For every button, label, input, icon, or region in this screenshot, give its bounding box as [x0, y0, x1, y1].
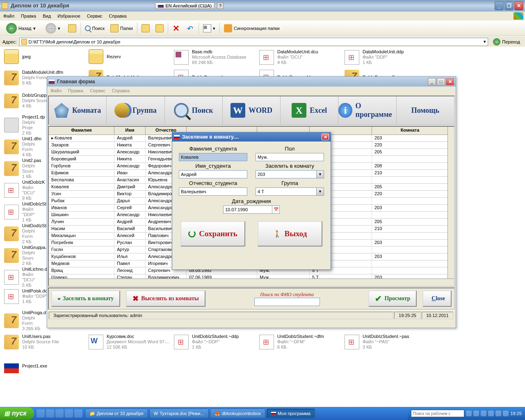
file-item[interactable]: UnitDodIzStDelphi Form2 КБ	[4, 223, 45, 244]
name-input[interactable]	[179, 170, 247, 178]
file-item[interactable]: Project1.dpDelphi Proje2 КБ	[4, 114, 45, 136]
maximize-button[interactable]: □	[437, 78, 445, 85]
tray-icon[interactable]	[481, 411, 486, 416]
move-button[interactable]	[140, 23, 151, 33]
language-indicator[interactable]: EN Английский (США)	[155, 2, 215, 9]
search-input[interactable]	[254, 298, 320, 306]
go-button[interactable]: →Переход	[491, 38, 523, 46]
close-button[interactable]: ✕	[446, 78, 454, 85]
sync-button[interactable]: Синхронизация папки	[222, 23, 281, 33]
back-button[interactable]: ← Назад ▾	[2, 22, 39, 35]
menu-file[interactable]: Файл	[3, 14, 14, 18]
file-item[interactable]: UnitGruppa.Delphi Sourc2 КБ	[4, 245, 45, 266]
up-button[interactable]	[66, 23, 78, 33]
menu-edit[interactable]: Правка	[21, 14, 36, 18]
file-item[interactable]: UnitDobIzStudent.~dfmФайл "~DFM"6 КБ	[259, 334, 341, 350]
delete-button[interactable]: ✕	[171, 23, 182, 33]
file-item[interactable]: Rezerv	[89, 49, 171, 64]
file-item[interactable]: UnitDobIzStudent.~ddpФайл "~DDP"1 КБ	[174, 334, 256, 350]
folders-button[interactable]: Папки	[109, 23, 135, 33]
file-item[interactable]: DobIzGruppa.pasDelphi Source4 КБ	[4, 93, 45, 109]
search-button[interactable]: Поиск	[165, 96, 223, 124]
close-button[interactable]: Close	[422, 290, 452, 307]
ql-icon[interactable]	[65, 409, 73, 418]
file-item[interactable]: UnitPoisk.ddФайл "DDP"1 КБ	[4, 288, 45, 304]
file-item[interactable]: Unit1.dfmDelphi Form4 КБ	[4, 136, 45, 158]
sex-input[interactable]	[256, 153, 324, 161]
about-button[interactable]: iО программе	[338, 96, 396, 124]
forward-button[interactable]: →▾	[42, 22, 64, 35]
file-item[interactable]: DataModuleUnit.ddpФайл "DDP"1 КБ	[345, 49, 427, 65]
undo-button[interactable]: ↶	[185, 23, 196, 33]
file-item[interactable]: jpeg	[4, 49, 86, 64]
file-item[interactable]: Base.mdbMicrosoft Access Database69 248 …	[174, 49, 256, 65]
maximize-button[interactable]: ❐	[504, 1, 514, 10]
group-button[interactable]: Группа	[107, 96, 164, 124]
room-button[interactable]: Комната	[49, 96, 107, 124]
task-button[interactable]: 📁Диплом от 10 декабря	[85, 409, 148, 418]
tray-icon[interactable]	[473, 411, 479, 416]
col-surname[interactable]: Фамилия	[49, 127, 114, 135]
menu-view[interactable]: Вид	[43, 14, 51, 18]
file-item[interactable]: Курсовик.docДокумент Microsoft Word 97-.…	[89, 334, 171, 350]
start-button[interactable]: ⊞пуск	[0, 407, 34, 420]
word-button[interactable]: WWORD	[223, 96, 281, 124]
excel-button[interactable]: XExcel	[281, 96, 338, 124]
save-button[interactable]: Сохранить	[180, 221, 245, 247]
menu-favorites[interactable]: Избранное	[57, 14, 80, 18]
group-combo[interactable]: ▼	[256, 187, 324, 196]
tray-search[interactable]	[411, 410, 464, 417]
app-titlebar[interactable]: Главная форма _ □ ✕	[47, 77, 456, 87]
menu-tools[interactable]: Сервис	[87, 14, 103, 18]
help-button[interactable]: Помощь	[397, 96, 454, 124]
help-icon[interactable]: ?	[217, 2, 224, 9]
tray-icon[interactable]	[503, 411, 509, 416]
close-button[interactable]: ✕	[322, 134, 329, 140]
dob-picker[interactable]: 📅	[223, 205, 280, 214]
menu-tools[interactable]: Сервис	[90, 88, 105, 93]
task-button[interactable]: WТухтаров.doc [Режи...	[149, 409, 209, 418]
ql-icon[interactable]	[37, 409, 45, 418]
checkout-button[interactable]: ✖Выселить из комнаты	[126, 290, 205, 307]
ql-icon[interactable]	[55, 409, 64, 418]
copy-button[interactable]	[154, 23, 165, 33]
file-item[interactable]: UnitLichno.dФайл "DCU"5 КБ	[4, 267, 45, 288]
menu-help[interactable]: Справка	[112, 88, 130, 93]
exit-button[interactable]: 🚶Выход	[258, 221, 322, 247]
file-item[interactable]: UnitProga.dDelphi Form3 265 КБ	[4, 310, 45, 331]
minimize-button[interactable]: _	[428, 78, 436, 85]
menu-file[interactable]: Файл	[50, 88, 62, 93]
file-item[interactable]: UnitDobIzStudent.~pasФайл "~PAS"3 КБ	[345, 334, 427, 350]
address-input[interactable]: D:\КГТУ\Мой диплом\Диплом от 10 декабря …	[19, 38, 488, 46]
file-item[interactable]: DataModuleUnit.dcuФайл "DCU"4 КБ	[259, 49, 341, 65]
col-name[interactable]: Имя	[114, 127, 146, 135]
file-item[interactable]: Project1.exe	[4, 358, 86, 373]
col-room[interactable]: Комната	[372, 127, 448, 135]
surname-input[interactable]	[179, 153, 247, 161]
checkin-button[interactable]: Заселить в комнату	[51, 290, 120, 307]
close-button[interactable]: ✕	[514, 1, 523, 10]
clock[interactable]: 19:25	[510, 411, 522, 416]
menu-help[interactable]: Справка	[109, 14, 127, 18]
file-item[interactable]: UnitUsers.pasDelphi Source File10 КБ	[4, 334, 86, 350]
file-item[interactable]: Unit2.pasDelphi Sourc1 КБ	[4, 158, 45, 179]
tray-icon[interactable]	[466, 411, 472, 416]
chevron-down-icon[interactable]: ▼	[317, 187, 324, 196]
horizontal-scrollbar[interactable]	[49, 278, 454, 286]
calendar-icon[interactable]: 📅	[272, 205, 280, 214]
patronymic-input[interactable]	[179, 187, 247, 196]
task-button[interactable]: Моя программа	[267, 409, 315, 418]
ql-icon[interactable]	[74, 409, 82, 418]
file-item[interactable]: UnitDobIzKФайл "DCU"9 КБ	[4, 180, 45, 201]
task-button[interactable]: 🦊dblookupcombobox	[210, 409, 265, 418]
search-button[interactable]: Поиск	[83, 25, 106, 32]
room-combo[interactable]: ▼	[256, 170, 324, 178]
view-button[interactable]: ✔Просмотр	[368, 290, 417, 307]
file-item[interactable]: UnitDobIzStФайл "DDP"1 КБ	[4, 201, 45, 223]
chevron-down-icon[interactable]: ▼	[317, 170, 324, 178]
vertical-scrollbar[interactable]	[447, 127, 454, 278]
menu-edit[interactable]: Правка	[68, 88, 83, 93]
dialog-titlebar[interactable]: Заселение в комнату.... ✕	[172, 132, 331, 142]
views-button[interactable]: ⊞▾	[201, 23, 217, 33]
tray-icon[interactable]	[495, 411, 501, 416]
